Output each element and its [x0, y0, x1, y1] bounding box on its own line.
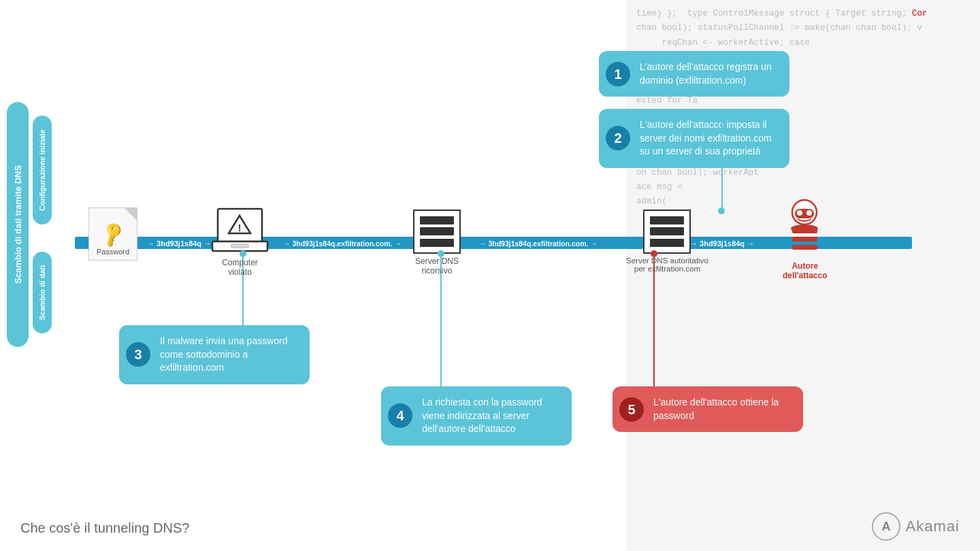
svg-point-8 [806, 210, 812, 216]
label-dns-tunneling: Scambio di dati tramite DNS [7, 102, 29, 347]
dns-recursive-icon [413, 210, 461, 254]
step4-line [440, 257, 442, 386]
bottom-title: Che cos'è il tunneling DNS? [20, 520, 189, 536]
node-computer: ! Computerviolato [211, 207, 269, 277]
flow-label-2: → 3hd93j1s84q.exfiltration.com. → [280, 237, 404, 250]
akamai-icon: A [872, 512, 900, 541]
left-labels: Scambio di dati tramite DNS Configurazio… [0, 102, 54, 374]
step-2-number: 2 [606, 126, 630, 150]
dns-auth-icon [643, 210, 691, 254]
node-dns-recursive: Server DNSricorsivo [413, 210, 461, 276]
attacker-svg [783, 197, 827, 258]
step-3-bubble: 3 Il malware invia una password come sot… [119, 325, 310, 384]
step1-dot [718, 207, 725, 214]
step-4-number: 4 [388, 403, 412, 428]
svg-point-12 [791, 224, 818, 233]
flow-label-1: → 3hd93j1s84q → [144, 237, 214, 250]
svg-text:!: ! [238, 222, 242, 233]
dns-auth-label: Server DNS autoritativoper exfiltration.… [626, 256, 708, 273]
step-1-number: 1 [606, 62, 630, 86]
password-doc-icon: 🔑 Password [88, 207, 137, 261]
recursive-dns-dot [438, 250, 444, 257]
dns-recursive-label: Server DNSricorsivo [415, 256, 459, 276]
step-5-number: 5 [619, 397, 644, 422]
label-config: Configurazione iniziale [33, 116, 52, 224]
akamai-text: Akamai [906, 518, 960, 535]
step-5-bubble: 5 L'autore dell'attacco ottiene la passw… [612, 386, 803, 432]
svg-point-7 [797, 210, 802, 216]
step-2-bubble: 2 L'autore dell'attacco imposta il serve… [599, 109, 789, 168]
svg-rect-11 [792, 245, 817, 250]
label-exchange: Scambio di dati [33, 252, 52, 333]
step-3-number: 3 [126, 342, 150, 367]
node-attacker: Autoredell'attacco [783, 197, 828, 280]
svg-text:A: A [881, 520, 890, 533]
step5-line [653, 257, 655, 386]
laptop-svg: ! [211, 207, 269, 255]
flow-label-3: → 3hd93j1s84q.exfiltration.com. → [476, 237, 600, 250]
main-content: Scambio di dati tramite DNS Configurazio… [0, 0, 980, 551]
svg-rect-10 [792, 237, 817, 241]
attacker-label: Autoredell'attacco [783, 261, 828, 280]
akamai-logo: A Akamai [872, 512, 960, 541]
flow-label-4: → 3hd93j1s84q → [687, 237, 757, 250]
node-computer-label: Computerviolato [222, 258, 258, 277]
step-4-bubble: 4 La richiesta con la password viene ind… [381, 386, 572, 446]
computer-dot [240, 250, 246, 257]
svg-rect-4 [231, 244, 248, 248]
auth-dns-dot [651, 250, 657, 257]
step-1-bubble: 1 L'autore dell'attacco registra un domi… [599, 51, 789, 97]
